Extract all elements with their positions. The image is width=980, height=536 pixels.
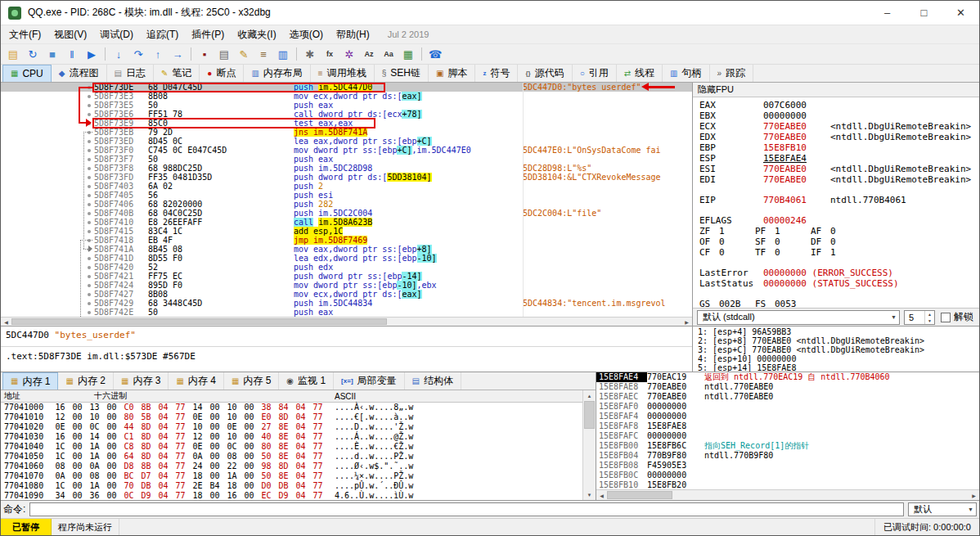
disasm-row[interactable]: 5D8F742968 3448C45Dpush im.5DC448345DC44… — [1, 299, 692, 308]
tab-watch-1[interactable]: ◉监视 1 — [279, 372, 334, 390]
scroll-right-icon[interactable]: ▶ — [681, 318, 692, 326]
breakpoint-dot[interactable] — [88, 194, 91, 197]
scrollbar-thumb[interactable] — [607, 491, 672, 499]
stepper-up-icon[interactable]: ▲ — [925, 311, 934, 318]
tab-seh[interactable]: §SEH链 — [375, 65, 429, 82]
hide-fpu-button[interactable]: 隐藏FPU — [693, 83, 979, 97]
trace-log-button[interactable]: ▤ — [214, 45, 234, 63]
stack-arg[interactable]: 3: [esp+C] 770EABE0 <ntdll.DbgUiRemoteBr… — [698, 345, 979, 354]
stack-row[interactable]: 15E8FAE8770EABE0ntdll.770EABE0 — [596, 382, 979, 392]
disasm-horizontal-scrollbar[interactable]: ◀ ▶ — [1, 317, 692, 326]
disasm-row[interactable]: 5D8F73F0C745 0C E047C45Dmov dword ptr ss… — [1, 146, 692, 155]
step-into-button[interactable]: ↓ — [109, 45, 128, 63]
scroll-left-icon[interactable]: ◀ — [1, 318, 11, 326]
register-line[interactable]: LastError00000000 (ERROR_SUCCESS) — [699, 268, 979, 278]
menu-item[interactable]: 文件(F) — [2, 26, 47, 43]
disasm-row[interactable]: 5D8F73FDFF35 0481D35Dpush dword ptr ds:[… — [1, 173, 692, 182]
breakpoint-dot[interactable] — [88, 230, 91, 233]
tab-memory-5[interactable]: ▦内存 5 — [224, 372, 279, 390]
disasm-row[interactable]: 5D8F73F868 988DC25Dpush im.5DC28D985DC28… — [1, 164, 692, 173]
breakpoint-dot[interactable] — [88, 293, 91, 296]
calling-convention-select[interactable]: 默认 (stdcall) ▼ — [697, 310, 900, 325]
tab-threads[interactable]: ⇄线程 — [617, 65, 663, 82]
breakpoint-button[interactable]: ▪ — [195, 45, 214, 63]
disasm-row[interactable]: 5D8F740B68 04C0C25Dpush im.5DC2C0045DC2C… — [1, 209, 692, 218]
disasm-row[interactable]: 5D8F742E50push eax — [1, 308, 692, 317]
patches-button[interactable]: ▦ — [398, 45, 418, 63]
memory-row[interactable]: 770410801C001A0070DB04772EB41800D0DB0477… — [1, 481, 582, 491]
breakpoint-dot[interactable] — [88, 275, 91, 278]
breakpoint-dot[interactable] — [88, 266, 91, 269]
disasm-row[interactable]: 5D8F7418EB 4Fjmp im.5D8F7469 — [1, 236, 692, 245]
breakpoint-dot[interactable] — [88, 158, 91, 161]
stack-row[interactable]: 15E8FB1015E8FB20 — [596, 480, 979, 489]
stack-arg[interactable]: 2: [esp+8] 770EABE0 <ntdll.DbgUiRemoteBr… — [698, 336, 979, 345]
breakpoint-dot[interactable] — [88, 257, 91, 260]
register-line[interactable]: CF0TF0IF1 — [699, 247, 979, 258]
scroll-left-icon[interactable]: ◀ — [596, 490, 607, 500]
tab-struct[interactable]: ▤结构体 — [405, 372, 461, 390]
stack-row[interactable]: 15E8FAF000000000 — [596, 402, 979, 412]
disasm-row[interactable]: 5D8F73ED8D45 0Clea eax,dword ptr ss:[ebp… — [1, 137, 692, 146]
register-line[interactable]: ZF1PF1AF0 — [699, 226, 979, 236]
stack-row[interactable]: 15E8FB0015E8FB6C指向SEH_Record[1]的指针 — [596, 441, 979, 451]
menu-item[interactable]: 帮助(H) — [330, 26, 376, 43]
tab-memory-map[interactable]: ▥内存布局 — [244, 65, 310, 82]
open-file-button[interactable]: ▤ — [3, 45, 23, 63]
memory-row[interactable]: 7704103016001400C18D047712001000408E0477… — [1, 432, 582, 442]
stepper-down-icon[interactable]: ▼ — [925, 318, 934, 324]
menu-item[interactable]: 调试(D) — [93, 26, 140, 43]
breakpoint-dot[interactable] — [88, 95, 91, 98]
stack-row[interactable]: 15E8FB0C00000000 — [596, 471, 979, 480]
scroll-down-icon[interactable]: ▼ — [583, 489, 596, 500]
scrollbar-track[interactable] — [607, 490, 969, 500]
register-line[interactable]: OF0SF0DF0 — [699, 236, 979, 247]
close-button[interactable]: ✕ — [942, 1, 979, 25]
step-over-button[interactable]: ↷ — [128, 45, 148, 63]
memory-vertical-scrollbar[interactable]: ▲ ▼ — [582, 390, 596, 500]
disasm-row[interactable]: 5D8F73EB79 2Djns im.5D8F741A — [1, 128, 692, 137]
register-line[interactable]: EFLAGS00000246 — [699, 215, 979, 226]
memory-row[interactable]: 77041090340036000CD9047718001600ECD90477… — [1, 491, 582, 500]
arg-count-stepper[interactable]: 5 ▲ ▼ — [904, 310, 935, 325]
menu-item[interactable]: 收藏夹(I) — [231, 26, 282, 43]
scrollbar-thumb[interactable] — [11, 318, 387, 325]
stack-row[interactable]: 15E8FAFC00000000 — [596, 431, 979, 441]
tab-memory-4[interactable]: ▦内存 4 — [169, 372, 223, 390]
stack-row[interactable]: 15E8FB04770B9F80ntdll.770B9F80 — [596, 451, 979, 461]
tab-graph[interactable]: ◆流程图 — [52, 65, 107, 82]
unlock-checkbox-group[interactable]: 解锁 — [939, 310, 975, 324]
disasm-row[interactable]: 5D8F73E38B08mov ecx,dword ptr ds:[eax] — [1, 92, 692, 101]
disasm-row[interactable]: 5D8F73F750push eax — [1, 155, 692, 164]
registers-body[interactable]: EAX007C6000EBX00000000ECX770EABE0<ntdll.… — [693, 97, 979, 308]
maximize-button[interactable]: □ — [906, 1, 942, 25]
breakpoint-dot[interactable] — [88, 221, 91, 224]
stack-row[interactable]: 15E8FB08F45905E3 — [596, 461, 979, 471]
fx-button[interactable]: fx — [320, 45, 339, 63]
memory-map-tool-button[interactable]: ▥ — [273, 45, 293, 63]
register-line[interactable]: EBX00000000 — [699, 110, 979, 121]
memory-row[interactable]: 7704106008000A00D88B047724002200988D0477… — [1, 462, 582, 471]
stack-row[interactable]: 15E8FAF815E8FAE8 — [596, 421, 979, 431]
settings-button[interactable]: ✱ — [300, 45, 320, 63]
stack-row[interactable]: 15E8FAF400000000 — [596, 412, 979, 421]
disasm-row[interactable]: 5D8F73E550push eax — [1, 101, 692, 110]
register-line[interactable]: ESI770EABE0<ntdll.DbgUiRemoteBreakin> — [699, 164, 979, 174]
breakpoint-dot[interactable] — [88, 167, 91, 170]
disasm-row[interactable]: 5D8F74036A 02push 2 — [1, 182, 692, 191]
tab-locals[interactable]: [x=]局部变量 — [334, 372, 404, 390]
stack-horizontal-scrollbar[interactable]: ◀ ▶ — [596, 489, 979, 500]
menu-item[interactable]: 视图(V) — [47, 26, 93, 43]
disasm-row[interactable]: 5D8F741D8D55 F0lea edx,dword ptr ss:[ebp… — [1, 254, 692, 263]
breakpoint-dot[interactable] — [88, 203, 91, 206]
register-line[interactable]: ECX770EABE0<ntdll.DbgUiRemoteBreakin> — [699, 121, 979, 132]
register-line[interactable]: EBP15E8FB10 — [699, 142, 979, 153]
pause-button[interactable]: ‖ — [62, 45, 82, 63]
command-profile-select[interactable]: 默认 ▼ — [908, 502, 977, 516]
tab-breakpoints[interactable]: ●断点 — [200, 65, 244, 82]
stack-row[interactable]: 15E8FAEC770EABE0ntdll.770EABE0 — [596, 392, 979, 402]
disasm-row[interactable]: 5D8F7421FF75 ECpush dword ptr ss:[ebp-14… — [1, 272, 692, 281]
memory-table[interactable]: 地址 十六进制 ASCII 7704100016001300C08B047714… — [1, 390, 582, 500]
memory-row[interactable]: 770410501C001A00648D04770A000800508E0477… — [1, 452, 582, 462]
breakpoint-dot[interactable] — [88, 140, 91, 143]
